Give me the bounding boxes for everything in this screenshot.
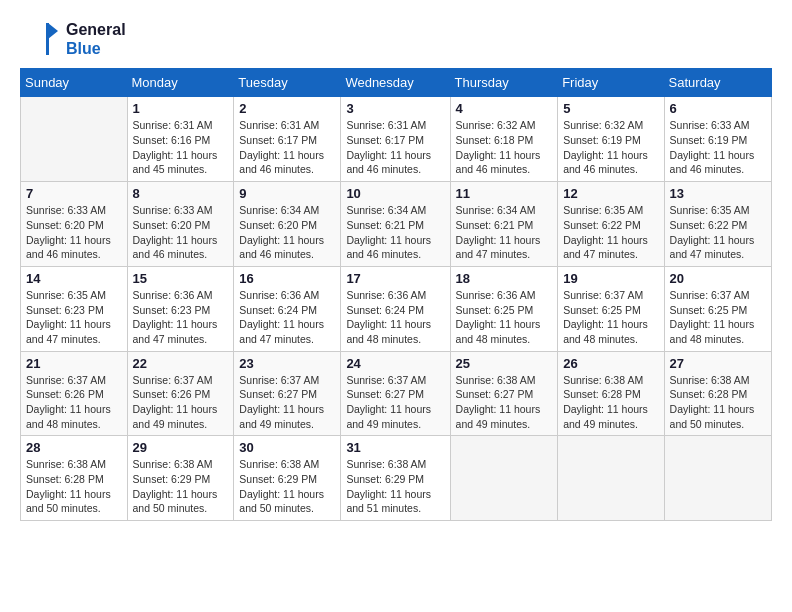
calendar-cell: 27Sunrise: 6:38 AM Sunset: 6:28 PM Dayli… — [664, 351, 771, 436]
day-info: Sunrise: 6:37 AM Sunset: 6:26 PM Dayligh… — [133, 373, 229, 432]
day-number: 30 — [239, 440, 335, 455]
day-number: 26 — [563, 356, 658, 371]
day-info: Sunrise: 6:37 AM Sunset: 6:25 PM Dayligh… — [670, 288, 766, 347]
day-number: 22 — [133, 356, 229, 371]
day-number: 18 — [456, 271, 553, 286]
day-info: Sunrise: 6:33 AM Sunset: 6:20 PM Dayligh… — [26, 203, 122, 262]
calendar-cell: 26Sunrise: 6:38 AM Sunset: 6:28 PM Dayli… — [558, 351, 664, 436]
day-info: Sunrise: 6:36 AM Sunset: 6:25 PM Dayligh… — [456, 288, 553, 347]
header-friday: Friday — [558, 69, 664, 97]
calendar-cell: 14Sunrise: 6:35 AM Sunset: 6:23 PM Dayli… — [21, 266, 128, 351]
calendar-cell — [558, 436, 664, 521]
day-number: 21 — [26, 356, 122, 371]
day-info: Sunrise: 6:37 AM Sunset: 6:26 PM Dayligh… — [26, 373, 122, 432]
day-info: Sunrise: 6:34 AM Sunset: 6:21 PM Dayligh… — [346, 203, 444, 262]
day-info: Sunrise: 6:38 AM Sunset: 6:28 PM Dayligh… — [563, 373, 658, 432]
calendar-cell: 2Sunrise: 6:31 AM Sunset: 6:17 PM Daylig… — [234, 97, 341, 182]
day-number: 1 — [133, 101, 229, 116]
header-thursday: Thursday — [450, 69, 558, 97]
day-number: 29 — [133, 440, 229, 455]
header-saturday: Saturday — [664, 69, 771, 97]
day-info: Sunrise: 6:31 AM Sunset: 6:17 PM Dayligh… — [239, 118, 335, 177]
day-number: 8 — [133, 186, 229, 201]
day-info: Sunrise: 6:37 AM Sunset: 6:25 PM Dayligh… — [563, 288, 658, 347]
day-info: Sunrise: 6:35 AM Sunset: 6:23 PM Dayligh… — [26, 288, 122, 347]
day-number: 4 — [456, 101, 553, 116]
day-number: 20 — [670, 271, 766, 286]
calendar-cell: 4Sunrise: 6:32 AM Sunset: 6:18 PM Daylig… — [450, 97, 558, 182]
day-info: Sunrise: 6:34 AM Sunset: 6:21 PM Dayligh… — [456, 203, 553, 262]
day-number: 17 — [346, 271, 444, 286]
day-number: 28 — [26, 440, 122, 455]
calendar-cell: 18Sunrise: 6:36 AM Sunset: 6:25 PM Dayli… — [450, 266, 558, 351]
calendar-week-3: 14Sunrise: 6:35 AM Sunset: 6:23 PM Dayli… — [21, 266, 772, 351]
calendar-week-2: 7Sunrise: 6:33 AM Sunset: 6:20 PM Daylig… — [21, 182, 772, 267]
calendar-cell: 17Sunrise: 6:36 AM Sunset: 6:24 PM Dayli… — [341, 266, 450, 351]
calendar-cell: 29Sunrise: 6:38 AM Sunset: 6:29 PM Dayli… — [127, 436, 234, 521]
calendar-cell: 9Sunrise: 6:34 AM Sunset: 6:20 PM Daylig… — [234, 182, 341, 267]
calendar-cell: 11Sunrise: 6:34 AM Sunset: 6:21 PM Dayli… — [450, 182, 558, 267]
calendar-table: SundayMondayTuesdayWednesdayThursdayFrid… — [20, 68, 772, 521]
day-number: 15 — [133, 271, 229, 286]
calendar-cell: 1Sunrise: 6:31 AM Sunset: 6:16 PM Daylig… — [127, 97, 234, 182]
day-number: 25 — [456, 356, 553, 371]
day-info: Sunrise: 6:33 AM Sunset: 6:19 PM Dayligh… — [670, 118, 766, 177]
calendar-week-5: 28Sunrise: 6:38 AM Sunset: 6:28 PM Dayli… — [21, 436, 772, 521]
day-info: Sunrise: 6:32 AM Sunset: 6:19 PM Dayligh… — [563, 118, 658, 177]
day-info: Sunrise: 6:38 AM Sunset: 6:27 PM Dayligh… — [456, 373, 553, 432]
svg-marker-0 — [48, 23, 58, 39]
day-number: 14 — [26, 271, 122, 286]
logo-blue: Blue — [66, 39, 126, 58]
day-number: 2 — [239, 101, 335, 116]
calendar-cell: 25Sunrise: 6:38 AM Sunset: 6:27 PM Dayli… — [450, 351, 558, 436]
calendar-cell: 10Sunrise: 6:34 AM Sunset: 6:21 PM Dayli… — [341, 182, 450, 267]
calendar-cell: 7Sunrise: 6:33 AM Sunset: 6:20 PM Daylig… — [21, 182, 128, 267]
page-header: GeneralBlue — [20, 20, 772, 58]
day-number: 23 — [239, 356, 335, 371]
calendar-cell: 30Sunrise: 6:38 AM Sunset: 6:29 PM Dayli… — [234, 436, 341, 521]
day-number: 24 — [346, 356, 444, 371]
calendar-cell — [21, 97, 128, 182]
day-info: Sunrise: 6:34 AM Sunset: 6:20 PM Dayligh… — [239, 203, 335, 262]
day-info: Sunrise: 6:36 AM Sunset: 6:24 PM Dayligh… — [239, 288, 335, 347]
day-number: 10 — [346, 186, 444, 201]
logo-general: General — [66, 20, 126, 39]
day-info: Sunrise: 6:35 AM Sunset: 6:22 PM Dayligh… — [670, 203, 766, 262]
header-tuesday: Tuesday — [234, 69, 341, 97]
calendar-cell: 15Sunrise: 6:36 AM Sunset: 6:23 PM Dayli… — [127, 266, 234, 351]
day-info: Sunrise: 6:38 AM Sunset: 6:29 PM Dayligh… — [346, 457, 444, 516]
day-info: Sunrise: 6:36 AM Sunset: 6:23 PM Dayligh… — [133, 288, 229, 347]
header-sunday: Sunday — [21, 69, 128, 97]
calendar-week-4: 21Sunrise: 6:37 AM Sunset: 6:26 PM Dayli… — [21, 351, 772, 436]
day-info: Sunrise: 6:37 AM Sunset: 6:27 PM Dayligh… — [346, 373, 444, 432]
day-info: Sunrise: 6:38 AM Sunset: 6:28 PM Dayligh… — [670, 373, 766, 432]
day-number: 5 — [563, 101, 658, 116]
calendar-cell: 24Sunrise: 6:37 AM Sunset: 6:27 PM Dayli… — [341, 351, 450, 436]
day-number: 3 — [346, 101, 444, 116]
day-info: Sunrise: 6:38 AM Sunset: 6:29 PM Dayligh… — [133, 457, 229, 516]
calendar-cell: 31Sunrise: 6:38 AM Sunset: 6:29 PM Dayli… — [341, 436, 450, 521]
calendar-week-1: 1Sunrise: 6:31 AM Sunset: 6:16 PM Daylig… — [21, 97, 772, 182]
day-info: Sunrise: 6:36 AM Sunset: 6:24 PM Dayligh… — [346, 288, 444, 347]
day-number: 16 — [239, 271, 335, 286]
day-number: 19 — [563, 271, 658, 286]
calendar-cell: 19Sunrise: 6:37 AM Sunset: 6:25 PM Dayli… — [558, 266, 664, 351]
calendar-cell — [664, 436, 771, 521]
calendar-cell: 22Sunrise: 6:37 AM Sunset: 6:26 PM Dayli… — [127, 351, 234, 436]
header-wednesday: Wednesday — [341, 69, 450, 97]
day-number: 13 — [670, 186, 766, 201]
day-info: Sunrise: 6:38 AM Sunset: 6:29 PM Dayligh… — [239, 457, 335, 516]
logo: GeneralBlue — [20, 20, 126, 58]
day-number: 31 — [346, 440, 444, 455]
day-number: 9 — [239, 186, 335, 201]
calendar-cell: 20Sunrise: 6:37 AM Sunset: 6:25 PM Dayli… — [664, 266, 771, 351]
calendar-cell: 28Sunrise: 6:38 AM Sunset: 6:28 PM Dayli… — [21, 436, 128, 521]
day-info: Sunrise: 6:35 AM Sunset: 6:22 PM Dayligh… — [563, 203, 658, 262]
day-number: 27 — [670, 356, 766, 371]
calendar-cell: 5Sunrise: 6:32 AM Sunset: 6:19 PM Daylig… — [558, 97, 664, 182]
calendar-cell: 3Sunrise: 6:31 AM Sunset: 6:17 PM Daylig… — [341, 97, 450, 182]
calendar-cell: 16Sunrise: 6:36 AM Sunset: 6:24 PM Dayli… — [234, 266, 341, 351]
calendar-cell: 23Sunrise: 6:37 AM Sunset: 6:27 PM Dayli… — [234, 351, 341, 436]
day-number: 6 — [670, 101, 766, 116]
calendar-cell: 13Sunrise: 6:35 AM Sunset: 6:22 PM Dayli… — [664, 182, 771, 267]
